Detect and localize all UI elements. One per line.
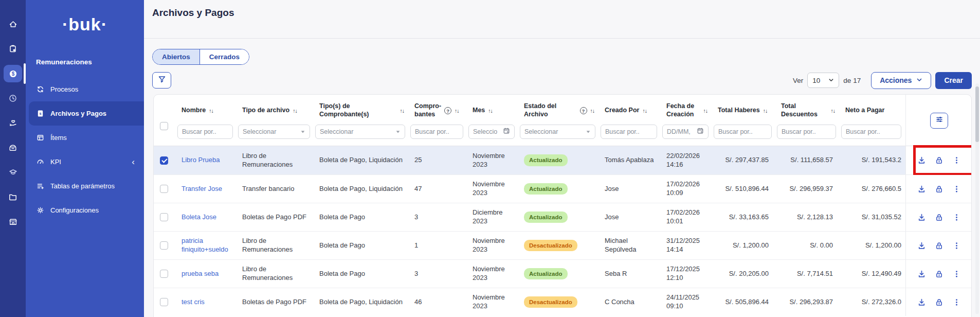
filter-mes[interactable] [468,125,515,139]
sidebar-item-items[interactable]: Ítems [26,126,144,150]
sort-icon[interactable]: ↑↓ [763,108,768,114]
help-icon[interactable]: ? [444,107,451,114]
row-name-link[interactable]: Boleta Jose [182,213,216,221]
row-name-link[interactable]: Transfer Jose [182,185,222,192]
scrollbar-thumb[interactable] [975,86,979,142]
kebab-icon[interactable] [952,156,961,165]
list-plus-icon [36,182,44,190]
lock-icon[interactable] [935,298,943,307]
cell-tipo-archivo: Libro de Remuneraciones [237,237,314,254]
lock-icon[interactable] [935,270,943,278]
kebab-icon[interactable] [952,270,961,278]
column-total-haberes: Total Haberes↑↓ [713,95,776,146]
cell-tipos-comprobante: Boleta de Pago, Liquidación [314,185,409,193]
cell-tipo-archivo: Libro de Remuneraciones [237,265,314,283]
cell-nombre: prueba seba [176,270,237,278]
filter-tipos-comprobante[interactable]: Seleccionar [315,125,405,139]
toolbar: Ver 10 de 17 Acciones Crear [152,72,972,89]
sort-icon[interactable]: ↑↓ [642,108,647,114]
table-row: Libro Prueba Libro de Remuneraciones Bol… [154,146,971,174]
lock-icon[interactable] [935,241,943,250]
hand-heart-icon[interactable] [4,114,22,132]
column-settings-button[interactable] [930,113,948,129]
sort-icon[interactable]: ↑↓ [209,108,213,114]
select-placeholder: Seleccionar [243,128,298,135]
download-icon[interactable] [917,156,926,165]
search-input[interactable] [182,128,228,135]
gift-icon[interactable] [4,139,22,156]
checkbox-cell [154,298,176,306]
row-checkbox[interactable] [160,185,168,193]
sort-icon[interactable]: ↑↓ [590,108,595,114]
filter-tipo-archivo[interactable]: Seleccionar [238,125,310,139]
cell-nombre: Boleta Jose [176,213,237,222]
month-input[interactable] [473,128,500,135]
kebab-icon[interactable] [952,241,961,250]
home-icon[interactable] [4,15,22,33]
column-label: Tipo(s) de Comprobante(s) [319,102,397,118]
crear-button[interactable]: Crear [935,72,972,89]
date-input[interactable] [667,128,694,135]
search-input[interactable] [782,128,831,135]
download-icon[interactable] [917,185,926,193]
kebab-icon[interactable] [952,298,961,307]
sort-icon[interactable]: ↑↓ [831,108,836,114]
sort-icon[interactable]: ↑↓ [400,108,405,114]
filter-creado-por [601,125,657,139]
kebab-icon[interactable] [952,185,961,193]
select-all-checkbox[interactable] [160,122,168,130]
sidebar-item-kpi[interactable]: KPI ‹ [26,150,144,174]
sidebar-item-archivos-y-pagos[interactable]: s Archivos y Pagos [29,101,144,126]
row-checkbox[interactable] [160,241,168,250]
actions-header-cell [905,95,972,146]
search-input[interactable] [718,128,767,135]
tab-cerrados[interactable]: Cerrados [200,49,249,64]
download-icon[interactable] [917,241,926,250]
storefront-icon[interactable] [4,213,22,231]
folder-icon[interactable] [4,188,22,206]
sort-icon[interactable]: ↑↓ [488,108,493,114]
row-name-link[interactable]: Libro Prueba [182,156,220,164]
clipboard-icon[interactable] [4,40,22,58]
search-input[interactable] [846,128,897,135]
cell-creado-por: Jose [600,213,661,222]
lock-icon[interactable] [935,185,943,193]
row-checkbox[interactable] [160,298,168,306]
filter-button[interactable] [152,72,171,89]
kebab-icon[interactable] [952,213,961,222]
row-name-link[interactable]: patricia finiquito+sueldo [182,237,228,253]
download-icon[interactable] [917,270,926,278]
cell-mes: Noviembre 2023 [467,237,519,254]
sort-icon[interactable]: ↑↓ [293,108,297,114]
help-icon[interactable]: ? [580,107,587,114]
tab-abiertos[interactable]: Abiertos [153,49,200,64]
lock-icon[interactable] [935,213,943,222]
sort-icon[interactable]: ↑↓ [455,108,459,114]
row-checkbox[interactable] [160,270,168,278]
chevron-left-icon[interactable]: ‹ [132,157,135,166]
row-checkbox[interactable] [160,156,168,165]
row-checkbox[interactable] [160,213,168,221]
ver-label: Ver [793,77,803,84]
sidebar-item-tablas-de-parametros[interactable]: Tablas de parámetros [26,174,144,198]
row-name-link[interactable]: test cris [182,298,205,306]
payroll-coin-icon[interactable]: $ [4,65,22,82]
filter-estado[interactable]: Seleccionar [520,125,595,139]
column-label: Total Descuentos [781,102,828,118]
sidebar-item-label: Tablas de parámetros [50,182,115,190]
sidebar-item-procesos[interactable]: Procesos [26,77,144,101]
clock-icon[interactable] [4,90,22,107]
filter-fecha[interactable] [662,125,709,139]
row-actions [905,260,972,288]
search-input[interactable] [415,128,459,135]
sidebar-item-configuraciones[interactable]: Configuraciones [26,198,144,222]
download-icon[interactable] [917,213,926,222]
sort-icon[interactable]: ↑↓ [703,108,708,114]
row-name-link[interactable]: prueba seba [182,270,219,277]
lock-icon[interactable] [935,156,943,165]
acciones-button[interactable]: Acciones [871,72,931,89]
search-input[interactable] [605,128,652,135]
page-size-select[interactable]: 10 [807,73,839,88]
download-icon[interactable] [917,298,926,307]
graduation-icon[interactable] [4,164,22,181]
